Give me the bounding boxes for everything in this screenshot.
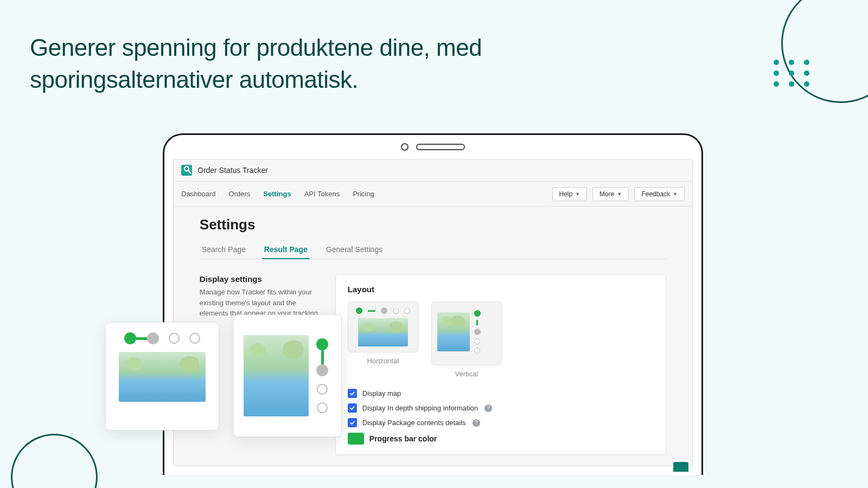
app-title: Order Status Tracker — [197, 166, 268, 175]
navbar: Dashboard Orders Settings API Tokens Pri… — [174, 182, 692, 207]
mini-progress-vertical — [474, 310, 481, 354]
layout-panel: Layout — [335, 274, 666, 455]
preview-card-horizontal — [105, 322, 219, 431]
nav-item-settings[interactable]: Settings — [263, 190, 291, 198]
panel-title: Layout — [348, 285, 654, 294]
layout-option-vertical[interactable]: Vertical — [431, 301, 502, 378]
subtab-result-page[interactable]: Result Page — [262, 241, 310, 259]
preview-card-vertical — [233, 314, 342, 437]
progress-bar-color-row: Progress bar color — [348, 433, 654, 445]
map-icon — [358, 318, 408, 346]
tablet-top-bar — [164, 135, 701, 159]
subtabs: Search Page Result Page General Settings — [200, 241, 666, 259]
help-icon[interactable]: ? — [484, 404, 492, 412]
checkbox-display-map[interactable] — [348, 389, 357, 398]
help-button[interactable]: Help▼ — [552, 187, 588, 201]
mini-progress-horizontal — [354, 307, 412, 314]
layout-option-horizontal[interactable]: Horizontal — [348, 301, 418, 378]
help-button-label: Help — [559, 190, 573, 198]
page-title: Settings — [200, 216, 666, 233]
layout-label-horizontal: Horizontal — [348, 357, 418, 365]
caret-down-icon: ▼ — [617, 191, 622, 197]
nav-item-pricing[interactable]: Pricing — [353, 190, 374, 198]
tablet-speaker-icon — [416, 144, 465, 150]
more-button-label: More — [599, 190, 614, 198]
marketing-headline: Generer spenning for produktene dine, me… — [30, 31, 518, 96]
save-button-peek[interactable] — [673, 462, 688, 472]
decor-circle-top-right — [781, 0, 868, 103]
app-titlebar: Order Status Tracker — [174, 159, 692, 182]
checkbox-display-map-row: Display map — [348, 389, 654, 398]
checkbox-display-map-label: Display map — [362, 389, 401, 397]
more-button[interactable]: More▼ — [592, 187, 629, 201]
checkbox-display-package[interactable] — [348, 418, 357, 427]
map-icon — [244, 335, 309, 416]
subtab-search-page[interactable]: Search Page — [200, 241, 248, 259]
section-title: Display settings — [200, 274, 319, 284]
color-swatch[interactable] — [348, 433, 364, 445]
progress-bar-horizontal — [124, 332, 200, 344]
checkbox-display-package-label: Display Package contents details — [362, 419, 466, 427]
subtab-general-settings[interactable]: General Settings — [324, 241, 385, 259]
svg-point-0 — [184, 166, 189, 171]
color-label: Progress bar color — [369, 434, 437, 443]
layout-label-vertical: Vertical — [431, 370, 502, 378]
decor-circle-bottom-left — [11, 434, 98, 488]
map-icon — [119, 352, 206, 402]
checkbox-display-shipping-row: Display In depth shipping information ? — [348, 403, 654, 413]
feedback-button-label: Feedback — [641, 190, 670, 198]
caret-down-icon: ▼ — [575, 191, 580, 197]
caret-down-icon: ▼ — [673, 191, 678, 197]
nav-item-dashboard[interactable]: Dashboard — [181, 190, 216, 198]
checkbox-display-shipping[interactable] — [348, 403, 357, 413]
decor-dots — [774, 60, 814, 87]
progress-bar-vertical — [316, 338, 328, 413]
svg-line-1 — [188, 170, 191, 174]
help-icon[interactable]: ? — [473, 419, 480, 427]
nav-item-orders[interactable]: Orders — [229, 190, 251, 198]
tablet-camera-icon — [401, 143, 409, 151]
feedback-button[interactable]: Feedback▼ — [634, 187, 685, 201]
nav-item-api-tokens[interactable]: API Tokens — [304, 190, 340, 198]
nav-left: Dashboard Orders Settings API Tokens Pri… — [181, 190, 374, 198]
checkbox-display-package-row: Display Package contents details ? — [348, 418, 654, 427]
app-logo-icon — [181, 165, 192, 176]
nav-right: Help▼ More▼ Feedback▼ — [552, 187, 685, 201]
checkbox-display-shipping-label: Display In depth shipping information — [362, 404, 478, 412]
map-icon — [437, 312, 470, 351]
